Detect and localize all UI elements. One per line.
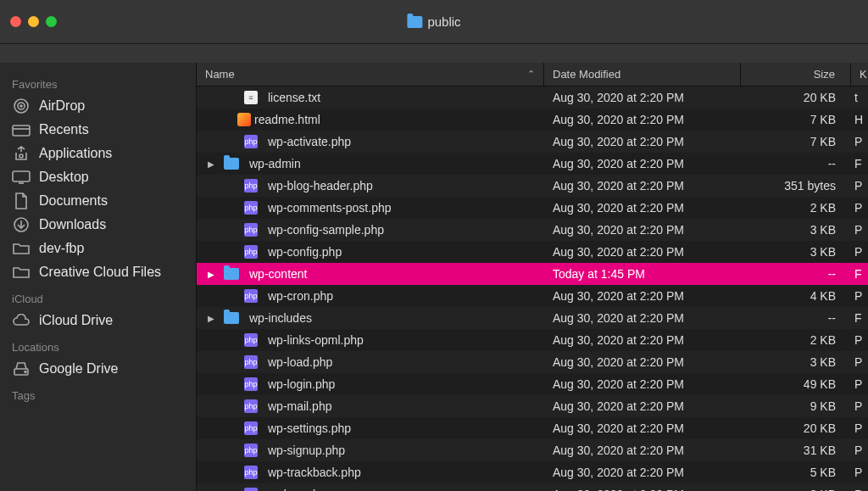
file-name: wp-content (249, 267, 307, 281)
window-controls (10, 16, 57, 27)
file-row[interactable]: phpwp-settings.phpAug 30, 2020 at 2:20 P… (197, 417, 868, 439)
column-kind[interactable]: K (851, 63, 868, 86)
sidebar-item-applications[interactable]: Applications (0, 142, 196, 165)
file-row[interactable]: phpwp-login.phpAug 30, 2020 at 2:20 PM49… (197, 373, 868, 395)
file-name: wp-cron.php (268, 289, 333, 303)
file-kind: P (851, 421, 868, 435)
file-kind: P (851, 245, 868, 259)
file-kind: P (851, 223, 868, 237)
php-file-icon: php (244, 333, 258, 347)
svg-rect-33 (13, 171, 30, 181)
file-row[interactable]: phpwp-cron.phpAug 30, 2020 at 2:20 PM4 K… (197, 285, 868, 307)
file-date: Aug 30, 2020 at 2:20 PM (544, 223, 741, 237)
sidebar-section-header: Tags (0, 381, 196, 405)
column-name[interactable]: Name⌃ (197, 63, 544, 86)
sidebar-item-label: Documents (39, 193, 108, 209)
sidebar-item-recents[interactable]: Recents (0, 118, 196, 142)
file-date: Aug 30, 2020 at 2:20 PM (544, 135, 741, 148)
sidebar-item-creative-cloud-files[interactable]: Creative Cloud Files (0, 260, 196, 284)
file-row[interactable]: phpwp-links-opml.phpAug 30, 2020 at 2:20… (197, 329, 868, 351)
maximize-window-button[interactable] (46, 16, 57, 27)
file-row[interactable]: phpxmlrpc.phpAug 30, 2020 at 2:20 PM3 KB… (197, 483, 868, 491)
minimize-window-button[interactable] (28, 16, 39, 27)
file-date: Aug 30, 2020 at 2:20 PM (544, 201, 741, 215)
file-row[interactable]: phpwp-trackback.phpAug 30, 2020 at 2:20 … (197, 461, 868, 483)
file-size: 5 KB (741, 466, 851, 479)
close-window-button[interactable] (10, 16, 21, 27)
file-date: Aug 30, 2020 at 2:20 PM (544, 157, 741, 170)
disclosure-triangle-icon[interactable]: ▶ (205, 270, 217, 279)
folder-icon (12, 265, 31, 280)
file-date: Aug 30, 2020 at 2:20 PM (544, 289, 741, 303)
file-row[interactable]: phpwp-config-sample.phpAug 30, 2020 at 2… (197, 219, 868, 241)
sidebar-item-desktop[interactable]: Desktop (0, 165, 196, 189)
file-size: 2 KB (741, 201, 851, 215)
file-row[interactable]: phpwp-config.phpAug 30, 2020 at 2:20 PM3… (197, 241, 868, 263)
file-date: Aug 30, 2020 at 2:20 PM (544, 179, 741, 192)
sidebar-item-documents[interactable]: Documents (0, 189, 196, 213)
file-row[interactable]: ▶wp-adminAug 30, 2020 at 2:20 PM--F (197, 153, 868, 175)
file-row[interactable]: phpwp-comments-post.phpAug 30, 2020 at 2… (197, 197, 868, 219)
file-kind: P (851, 135, 868, 148)
disclosure-triangle-icon[interactable]: ▶ (205, 314, 217, 323)
sidebar-item-icloud-drive[interactable]: iCloud Drive (0, 309, 196, 332)
svg-point-29 (20, 105, 22, 107)
window-title-text: public (427, 14, 460, 29)
sort-indicator-icon: ⌃ (527, 69, 535, 80)
file-size: 351 bytes (741, 179, 851, 192)
svg-point-32 (19, 154, 23, 158)
sidebar-item-dev-fbp[interactable]: dev-fbp (0, 237, 196, 260)
sidebar-item-label: dev-fbp (39, 241, 84, 256)
folder-icon (224, 312, 239, 324)
file-size: -- (741, 311, 851, 325)
file-name: wp-trackback.php (268, 466, 361, 479)
sidebar-item-label: AirDrop (39, 98, 85, 114)
file-row[interactable]: ▶wp-contentToday at 1:45 PM--F (197, 263, 868, 285)
sidebar-item-label: Google Drive (39, 361, 118, 377)
file-date: Aug 30, 2020 at 2:20 PM (544, 311, 741, 325)
file-kind: P (851, 179, 868, 192)
php-file-icon: php (244, 444, 258, 457)
file-row[interactable]: phpwp-signup.phpAug 30, 2020 at 2:20 PM3… (197, 439, 868, 461)
file-date: Aug 30, 2020 at 2:20 PM (544, 444, 741, 457)
sidebar-item-label: Desktop (39, 170, 89, 185)
file-row[interactable]: phpwp-mail.phpAug 30, 2020 at 2:20 PM9 K… (197, 395, 868, 417)
file-row[interactable]: phpwp-load.phpAug 30, 2020 at 2:20 PM3 K… (197, 351, 868, 373)
column-date[interactable]: Date Modified (544, 63, 741, 86)
desktop-icon (12, 170, 31, 185)
airdrop-icon (12, 98, 31, 114)
file-size: 3 KB (741, 488, 851, 491)
file-row[interactable]: ≡license.txtAug 30, 2020 at 2:20 PM20 KB… (197, 86, 868, 109)
file-date: Aug 30, 2020 at 2:20 PM (544, 377, 741, 391)
file-size: 3 KB (741, 355, 851, 369)
file-kind: P (851, 377, 868, 391)
sidebar-item-downloads[interactable]: Downloads (0, 213, 196, 237)
sidebar-item-label: Creative Cloud Files (39, 265, 161, 280)
file-list: Name⌃ Date Modified Size K ≡license.txtA… (197, 63, 868, 491)
file-row[interactable]: readme.htmlAug 30, 2020 at 2:20 PM7 KBH (197, 109, 868, 131)
toolbar: ▾ ▾ Search (0, 44, 868, 63)
file-size: 7 KB (741, 113, 851, 126)
file-size: 20 KB (741, 91, 851, 104)
file-date: Aug 30, 2020 at 2:20 PM (544, 399, 741, 413)
file-name: wp-includes (249, 311, 312, 325)
sidebar-item-airdrop[interactable]: AirDrop (0, 94, 196, 118)
file-size: 2 KB (741, 333, 851, 347)
file-name: wp-mail.php (268, 399, 331, 413)
file-row[interactable]: ▶wp-includesAug 30, 2020 at 2:20 PM--F (197, 307, 868, 329)
file-row[interactable]: phpwp-blog-header.phpAug 30, 2020 at 2:2… (197, 175, 868, 197)
file-row[interactable]: phpwp-activate.phpAug 30, 2020 at 2:20 P… (197, 131, 868, 153)
file-name: license.txt (268, 91, 320, 104)
sidebar-item-google-drive[interactable]: Google Drive (0, 357, 196, 381)
file-kind: P (851, 355, 868, 369)
sidebar-item-label: Applications (39, 146, 112, 161)
php-file-icon: php (244, 355, 258, 369)
cloud-icon (12, 313, 31, 328)
file-size: 49 KB (741, 377, 851, 391)
file-kind: F (851, 267, 868, 281)
svg-rect-30 (13, 126, 30, 136)
file-name: wp-settings.php (268, 421, 351, 435)
disclosure-triangle-icon[interactable]: ▶ (205, 159, 217, 169)
column-size[interactable]: Size (741, 63, 851, 86)
php-file-icon: php (244, 201, 258, 215)
